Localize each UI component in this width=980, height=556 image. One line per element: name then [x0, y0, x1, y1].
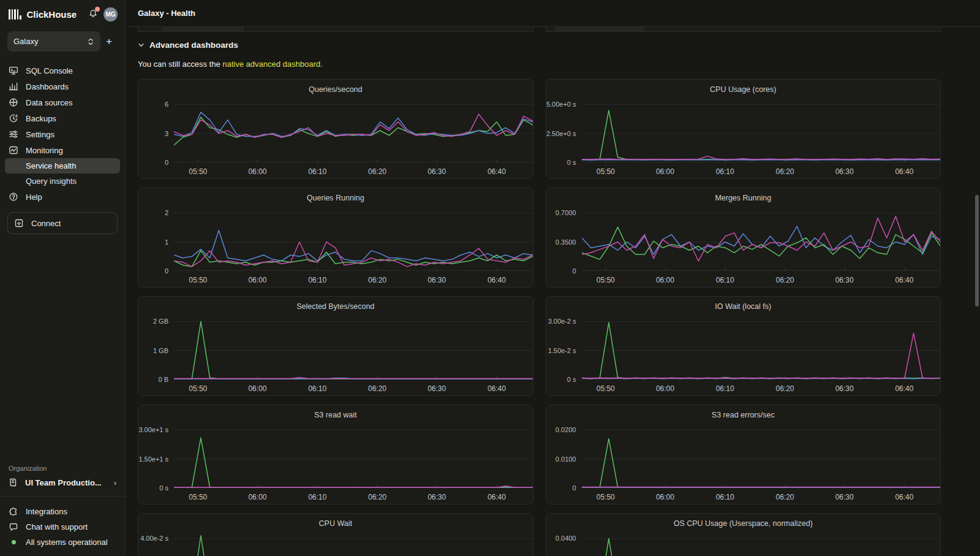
advanced-dashboards-toggle[interactable]: Advanced dashboards [138, 40, 941, 50]
vertical-scrollbar[interactable] [975, 195, 979, 307]
x-tick-label: 06:20 [775, 276, 794, 284]
y-tick-label: 0 s [567, 376, 576, 383]
chart-card-io-wait: IO Wait (local fs) 3.00e-2 s1.50e-2 s0 s… [546, 296, 941, 396]
x-tick-label: 06:00 [656, 276, 674, 284]
sidebar-item-help[interactable]: Help [5, 189, 120, 205]
x-tick-label: 06:40 [488, 276, 506, 284]
sidebar-item-service-health[interactable]: Service health [5, 158, 120, 173]
monitoring-icon [9, 145, 18, 155]
x-tick-label: 06:00 [248, 167, 266, 176]
x-tick-label: 06:40 [895, 167, 913, 176]
organization-switcher[interactable]: UI Team Productio... › [0, 478, 125, 496]
sidebar-item-data-sources[interactable]: Data sources [5, 94, 120, 110]
section-title: Advanced dashboards [149, 40, 238, 50]
partial-chart-card [138, 27, 533, 32]
y-axis-labels: 4.00e-2 s2.00e-2 s0 s [138, 533, 174, 556]
chart-plot[interactable] [582, 207, 941, 271]
chart-title: OS CPU Usage (Userspace, normalized) [546, 519, 941, 530]
sidebar-item-monitoring[interactable]: Monitoring [5, 142, 120, 158]
x-tick-label: 06:20 [368, 167, 386, 176]
x-axis-labels: 05:5006:0006:1006:2006:3006:40 [582, 271, 941, 286]
chart-svg [582, 99, 941, 162]
y-axis-labels: 0.04000.02000 [546, 533, 582, 556]
y-tick-label: 1.50e+1 s [138, 455, 168, 463]
partial-hover-highlight [555, 27, 644, 32]
y-tick-label: 0.7000 [556, 209, 576, 216]
sidebar-item-settings[interactable]: Settings [5, 126, 120, 142]
chevron-right-icon: › [114, 478, 116, 487]
notification-dot [95, 7, 100, 12]
chart-plot[interactable] [174, 533, 533, 556]
y-axis-labels: 0.02000.01000 [546, 424, 582, 488]
avatar[interactable]: MG [104, 7, 118, 21]
y-tick-label: 0.0100 [556, 455, 576, 463]
sidebar-item-label: SQL Console [26, 66, 73, 75]
sidebar-item-label: Settings [26, 130, 55, 139]
y-tick-label: 2 [165, 209, 168, 216]
sidebar-item-label: Help [26, 192, 42, 202]
x-tick-label: 06:10 [308, 384, 326, 393]
system-status-row[interactable]: All systems operational [5, 535, 120, 550]
sidebar-item-dashboards[interactable]: Dashboards [5, 78, 120, 94]
chart-svg [582, 424, 941, 488]
chart-plot[interactable] [582, 316, 941, 379]
y-tick-label: 2 GB [153, 318, 168, 325]
add-service-button[interactable]: + [100, 36, 118, 48]
native-advanced-dashboard-link[interactable]: native advanced dashboard. [222, 59, 322, 69]
y-axis-labels: 3.00e-2 s1.50e-2 s0 s [546, 316, 582, 379]
y-tick-label: 1 [165, 238, 168, 246]
sidebar-item-integrations[interactable]: Integrations [5, 504, 120, 519]
chart-plot[interactable] [582, 533, 941, 556]
x-tick-label: 06:20 [368, 276, 386, 284]
chart-plot[interactable] [582, 99, 941, 162]
chart-card-s3-read-wait: S3 read wait 3.00e+1 s1.50e+1 s0 s 05:50… [138, 405, 533, 505]
charts-grid: Queries/second 630 05:5006:0006:1006:200… [138, 79, 941, 556]
y-tick-label: 3.00e+1 s [138, 426, 168, 433]
connect-button[interactable]: Connect [7, 212, 118, 234]
sidebar-item-sql-console[interactable]: SQL Console [5, 63, 120, 78]
chart-card-s3-read-errors: S3 read errors/sec 0.02000.01000 05:5006… [546, 405, 941, 505]
chart-title: S3 read errors/sec [546, 411, 941, 422]
service-selector-value: Galaxy [13, 37, 87, 46]
notifications-button[interactable] [88, 9, 98, 20]
sidebar-item-chat-support[interactable]: Chat with support [5, 519, 120, 535]
brand-row: ClickHouse MG [0, 0, 125, 28]
brand-name: ClickHouse [27, 9, 89, 20]
x-tick-label: 06:40 [488, 167, 506, 176]
x-tick-label: 05:50 [597, 384, 615, 393]
connect-icon [14, 218, 24, 228]
organization-icon [9, 478, 18, 487]
connect-button-label: Connect [31, 219, 61, 228]
main-area: Galaxy - Health Advanced dashboards You … [126, 0, 980, 556]
chart-title: Queries/second [138, 85, 533, 96]
service-selector[interactable]: Galaxy [7, 31, 100, 51]
chart-svg [582, 207, 941, 271]
x-tick-label: 06:30 [428, 384, 446, 393]
sidebar-item-label: Data sources [26, 98, 73, 107]
y-tick-label: 0 B [158, 376, 168, 383]
page-title: Galaxy - Health [138, 9, 195, 18]
x-tick-label: 05:50 [597, 167, 615, 176]
x-tick-label: 06:30 [835, 167, 854, 176]
x-tick-label: 06:10 [308, 167, 326, 176]
y-tick-label: 0 [572, 484, 576, 492]
sidebar-item-query-insights[interactable]: Query insights [5, 173, 120, 189]
x-axis-labels: 05:5006:0006:1006:2006:3006:40 [582, 488, 941, 503]
y-tick-label: 3 [165, 130, 168, 137]
x-tick-label: 06:10 [308, 276, 326, 284]
chart-plot[interactable] [582, 424, 941, 488]
y-tick-label: 0.0400 [556, 535, 576, 542]
chart-plot[interactable] [174, 316, 533, 379]
x-axis-labels: 05:5006:0006:1006:2006:3006:40 [582, 379, 941, 394]
chart-plot[interactable] [174, 207, 533, 271]
chat-icon [9, 522, 18, 532]
y-tick-label: 5.00e+0 s [546, 101, 576, 108]
x-tick-label: 06:10 [716, 384, 734, 393]
x-tick-label: 05:50 [597, 276, 615, 284]
help-icon [9, 192, 18, 202]
sliders-icon [9, 129, 18, 139]
chart-plot[interactable] [174, 99, 533, 162]
x-tick-label: 06:00 [248, 493, 266, 501]
chart-plot[interactable] [174, 424, 533, 488]
sidebar-item-backups[interactable]: Backups [5, 110, 120, 126]
